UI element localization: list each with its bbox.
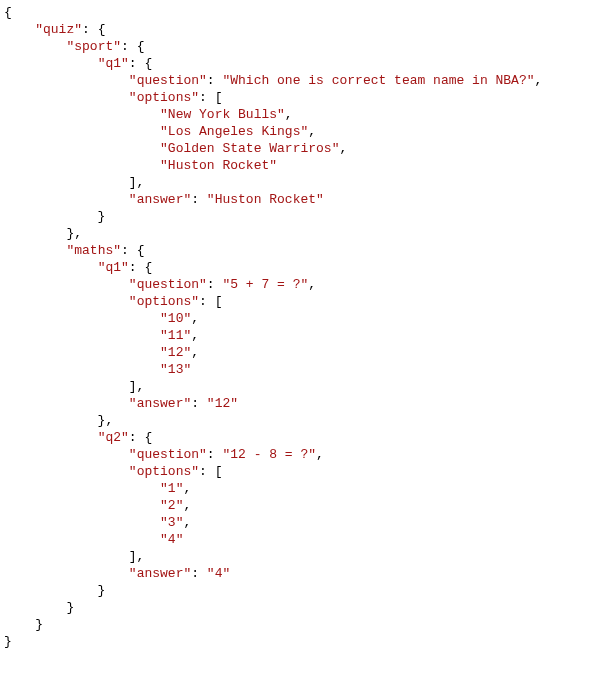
json-string: "12" [160,345,191,360]
json-key: "question" [129,277,207,292]
json-string: "Golden State Warriros" [160,141,339,156]
json-string: "10" [160,311,191,326]
json-key: "q1" [98,260,129,275]
json-string: "1" [160,481,183,496]
json-key: "q2" [98,430,129,445]
json-key: "question" [129,447,207,462]
json-string: "4" [160,532,183,547]
json-string: "Huston Rocket" [160,158,277,173]
json-key: "q1" [98,56,129,71]
json-key: "options" [129,464,199,479]
json-string: "4" [207,566,230,581]
json-string: "11" [160,328,191,343]
json-key: "sport" [66,39,121,54]
json-key: "answer" [129,396,191,411]
json-string: "Which one is correct team name in NBA?" [222,73,534,88]
json-string: "Huston Rocket" [207,192,324,207]
json-string: "12" [207,396,238,411]
json-key: "answer" [129,192,191,207]
json-string: "13" [160,362,191,377]
json-string: "3" [160,515,183,530]
json-string: "12 - 8 = ?" [222,447,316,462]
json-string: "5 + 7 = ?" [222,277,308,292]
json-key: "options" [129,294,199,309]
json-key: "answer" [129,566,191,581]
json-key: "question" [129,73,207,88]
json-string: "2" [160,498,183,513]
json-key: "maths" [66,243,121,258]
json-code-block: { "quiz": { "sport": { "q1": { "question… [0,0,606,650]
json-key: "quiz" [35,22,82,37]
json-string: "Los Angeles Kings" [160,124,308,139]
json-string: "New York Bulls" [160,107,285,122]
json-key: "options" [129,90,199,105]
